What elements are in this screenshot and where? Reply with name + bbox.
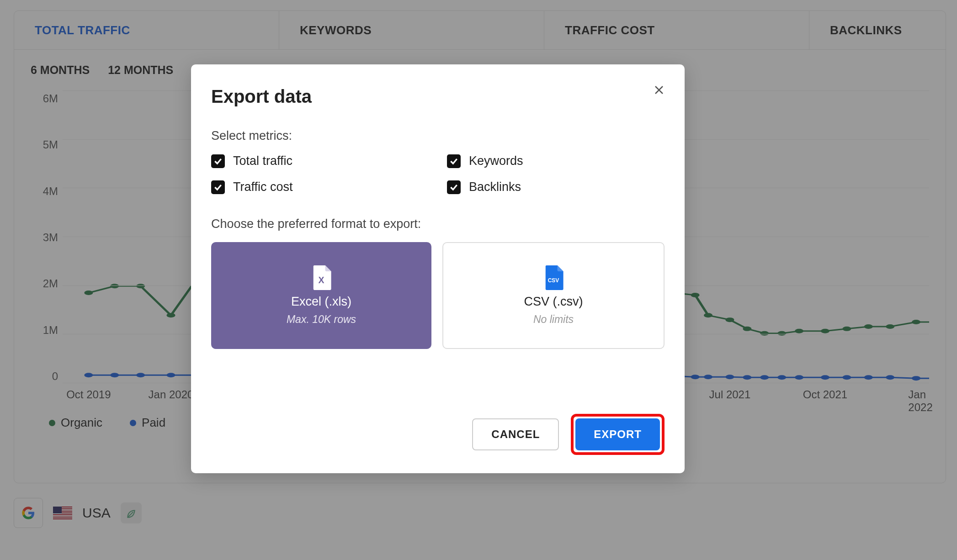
metric-label: Backlinks: [469, 180, 521, 194]
format-title: CSV (.csv): [524, 295, 583, 309]
csv-file-icon: CSV: [543, 265, 564, 290]
check-icon: [449, 183, 458, 192]
metric-backlinks: Backlinks: [447, 180, 665, 194]
export-modal: Export data Select metrics: Total traffi…: [191, 64, 685, 473]
format-label: Choose the preferred format to export:: [211, 217, 665, 231]
metric-label: Total traffic: [233, 154, 292, 168]
metric-total-traffic: Total traffic: [211, 154, 429, 168]
format-subtitle: Max. 10K rows: [287, 313, 356, 326]
format-csv[interactable]: CSV CSV (.csv) No limits: [442, 242, 665, 349]
metric-keywords: Keywords: [447, 154, 665, 168]
check-icon: [449, 157, 458, 166]
modal-title: Export data: [211, 86, 665, 107]
checkbox-total-traffic[interactable]: [211, 154, 225, 168]
format-title: Excel (.xls): [291, 295, 351, 309]
metrics-grid: Total traffic Keywords Traffic cost Back…: [211, 154, 665, 194]
metric-label: Traffic cost: [233, 180, 293, 194]
format-options: X Excel (.xls) Max. 10K rows CSV CSV (.c…: [211, 242, 665, 349]
check-icon: [213, 157, 223, 166]
close-icon: [654, 85, 665, 95]
export-button[interactable]: EXPORT: [575, 418, 660, 450]
svg-text:CSV: CSV: [548, 277, 559, 284]
metric-label: Keywords: [469, 154, 523, 168]
checkbox-backlinks[interactable]: [447, 180, 461, 194]
format-subtitle: No limits: [533, 313, 574, 326]
checkbox-keywords[interactable]: [447, 154, 461, 168]
close-button[interactable]: [650, 81, 668, 99]
checkbox-traffic-cost[interactable]: [211, 180, 225, 194]
excel-file-icon: X: [311, 265, 331, 290]
svg-text:X: X: [319, 275, 324, 285]
cancel-button[interactable]: CANCEL: [472, 418, 559, 450]
select-metrics-label: Select metrics:: [211, 129, 665, 143]
format-excel[interactable]: X Excel (.xls) Max. 10K rows: [211, 242, 431, 349]
check-icon: [213, 183, 223, 192]
metric-traffic-cost: Traffic cost: [211, 180, 429, 194]
modal-footer: CANCEL EXPORT: [472, 414, 665, 455]
export-highlight: EXPORT: [571, 414, 665, 455]
